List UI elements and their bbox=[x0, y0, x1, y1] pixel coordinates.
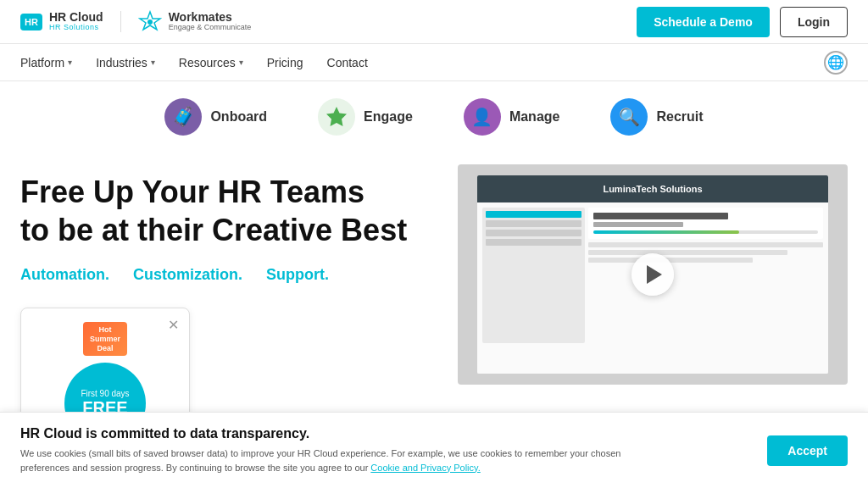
chevron-down-icon: ▾ bbox=[151, 58, 155, 67]
nav-bar: Platform ▾ Industries ▾ Resources ▾ Pric… bbox=[0, 44, 868, 81]
sidebar-mock-3 bbox=[486, 230, 581, 236]
product-manage[interactable]: 👤 Manage bbox=[464, 98, 560, 136]
globe-icon[interactable]: 🌐 bbox=[824, 51, 848, 75]
product-icons-row: 🧳 Onboard Engage 👤 Manage 🔍 Recruit bbox=[0, 81, 868, 147]
nav-pricing-label: Pricing bbox=[267, 56, 303, 69]
nav-industries[interactable]: Industries ▾ bbox=[96, 56, 155, 69]
logo-sub-text: HR Solutions bbox=[49, 24, 103, 32]
cookie-title: HR Cloud is committed to data transparen… bbox=[20, 426, 665, 441]
sidebar-mock-2 bbox=[486, 220, 581, 227]
nav-contact[interactable]: Contact bbox=[327, 56, 368, 69]
deal-badge: Hot Summer Deal bbox=[83, 322, 127, 356]
cookie-banner: HR Cloud is committed to data transparen… bbox=[0, 412, 868, 488]
content-block-2 bbox=[588, 250, 788, 255]
workmates-tagline: Engage & Communicate bbox=[169, 24, 252, 32]
nav-contact-label: Contact bbox=[327, 56, 368, 69]
video-container[interactable]: LuminaTech Solutions bbox=[458, 164, 848, 385]
logo-section[interactable]: HR HR Cloud HR Solutions bbox=[20, 11, 121, 32]
cookie-text-area: HR Cloud is committed to data transparen… bbox=[20, 426, 665, 474]
chevron-down-icon: ▾ bbox=[239, 58, 243, 67]
engage-label: Engage bbox=[364, 109, 413, 125]
sidebar-mock-1 bbox=[486, 211, 581, 218]
close-icon[interactable]: ✕ bbox=[168, 317, 179, 333]
profile-sub-mock bbox=[593, 222, 683, 227]
workmates-text: Workmates Engage & Communicate bbox=[169, 11, 252, 32]
video-header: LuminaTech Solutions bbox=[477, 175, 828, 202]
nav-pricing[interactable]: Pricing bbox=[267, 56, 303, 69]
profile-area bbox=[588, 208, 823, 239]
onboard-label: Onboard bbox=[210, 109, 267, 125]
top-bar: HR HR Cloud HR Solutions Workmates Engag… bbox=[0, 0, 868, 44]
features-row: Automation. Customization. Support. bbox=[20, 266, 437, 284]
feature-customization: Customization. bbox=[133, 266, 242, 284]
cookie-policy-link[interactable]: Cookie and Privacy Policy. bbox=[370, 463, 480, 473]
play-icon bbox=[647, 265, 662, 284]
logo-text: HR Cloud HR Solutions bbox=[49, 11, 103, 32]
product-onboard[interactable]: 🧳 Onboard bbox=[164, 98, 267, 136]
product-recruit[interactable]: 🔍 Recruit bbox=[610, 98, 703, 136]
offer-days-text: First 90 days bbox=[81, 389, 129, 398]
recruit-label: Recruit bbox=[656, 109, 703, 125]
accept-button[interactable]: Accept bbox=[767, 435, 848, 466]
nav-platform-label: Platform bbox=[20, 56, 64, 69]
play-button[interactable] bbox=[632, 253, 674, 296]
onboard-icon: 🧳 bbox=[164, 98, 202, 136]
nav-platform[interactable]: Platform ▾ bbox=[20, 56, 72, 69]
recruit-icon: 🔍 bbox=[610, 98, 648, 136]
feature-automation: Automation. bbox=[20, 266, 109, 284]
nav-left: Platform ▾ Industries ▾ Resources ▾ Pric… bbox=[20, 56, 368, 69]
cookie-description: We use cookies (small bits of saved brow… bbox=[20, 446, 665, 474]
right-panel: LuminaTech Solutions bbox=[458, 164, 848, 385]
demo-button[interactable]: Schedule a Demo bbox=[637, 7, 770, 37]
engage-icon bbox=[318, 98, 355, 136]
video-sidebar bbox=[482, 208, 585, 343]
manage-label: Manage bbox=[509, 109, 560, 125]
content-block-1 bbox=[588, 242, 823, 247]
workmates-icon bbox=[138, 10, 162, 34]
nav-resources-label: Resources bbox=[179, 56, 236, 69]
hero-title: Free Up Your HR Teams to be at their Cre… bbox=[20, 173, 437, 249]
sidebar-mock-4 bbox=[486, 239, 581, 246]
video-header-text: LuminaTech Solutions bbox=[603, 184, 702, 194]
progress-fill bbox=[593, 230, 740, 234]
workmates-name: Workmates bbox=[169, 11, 252, 24]
content-blocks bbox=[588, 242, 823, 263]
login-button[interactable]: Login bbox=[780, 7, 848, 37]
manage-icon: 👤 bbox=[464, 98, 501, 136]
profile-name-mock bbox=[593, 213, 728, 219]
top-bar-right: Schedule a Demo Login bbox=[637, 7, 848, 37]
video-main-area bbox=[588, 208, 823, 343]
nav-industries-label: Industries bbox=[96, 56, 147, 69]
chevron-down-icon: ▾ bbox=[68, 58, 72, 67]
top-bar-left: HR HR Cloud HR Solutions Workmates Engag… bbox=[20, 10, 251, 34]
product-engage[interactable]: Engage bbox=[318, 98, 413, 136]
logo-main-text: HR Cloud bbox=[49, 11, 103, 24]
hr-logo-icon: HR bbox=[20, 14, 42, 30]
svg-point-1 bbox=[147, 19, 153, 25]
feature-support: Support. bbox=[266, 266, 329, 284]
svg-marker-2 bbox=[326, 107, 347, 126]
progress-bar bbox=[593, 230, 818, 234]
workmates-section[interactable]: Workmates Engage & Communicate bbox=[121, 10, 252, 34]
nav-resources[interactable]: Resources ▾ bbox=[179, 56, 243, 69]
